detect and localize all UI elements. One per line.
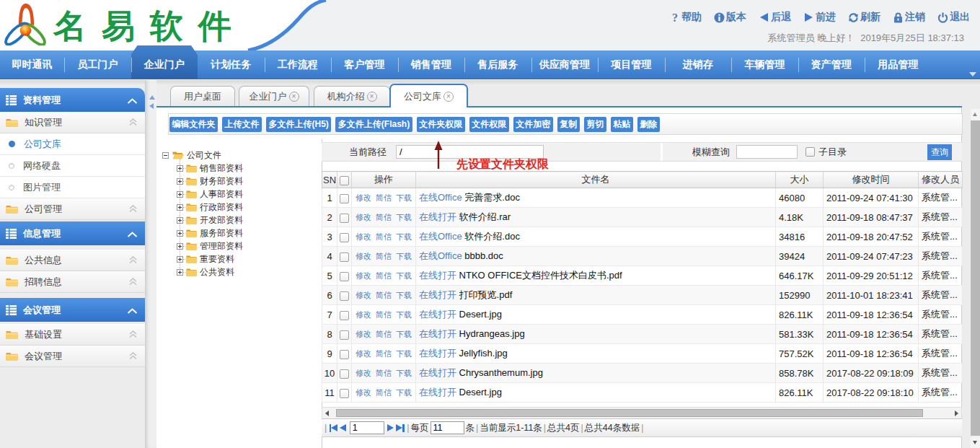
sidebar-item-招聘信息[interactable]: 招聘信息 [0,271,145,293]
row-action-简信[interactable]: 简信 [376,193,392,202]
toolbar-button-多文件上传(H5)[interactable]: 多文件上传(H5) [266,117,331,132]
toolbar-button-上传文件[interactable]: 上传文件 [222,117,262,132]
toolbar-button-编辑文件夹[interactable]: 编辑文件夹 [169,117,218,132]
tree-collapse-icon[interactable] [162,152,169,159]
tab-close-icon[interactable]: × [367,92,377,102]
toolbar-button-文件夹权限[interactable]: 文件夹权限 [417,117,465,132]
sidebar-section-资料管理[interactable]: 资料管理 [0,88,145,112]
tree-node-销售部资料[interactable]: 销售部资料 [177,162,243,175]
nav-item-即时通讯[interactable]: 即时通讯 [0,50,64,79]
quicklink-版本[interactable]: 版本 [714,11,746,24]
row-action-下载[interactable]: 下载 [396,349,412,358]
tree-expand-icon[interactable] [177,269,183,276]
tree-expand-icon[interactable] [177,256,183,263]
hscroll-left-arrow-icon[interactable] [325,410,329,416]
tree-node-重要资料[interactable]: 重要资料 [177,252,234,265]
open-link[interactable]: 在线Office [419,192,462,203]
tab-机构介绍[interactable]: 机构介绍× [314,86,390,106]
quicklink-帮助[interactable]: ?帮助 [669,11,702,24]
tree-node-label[interactable]: 人事部资料 [200,188,243,201]
row-action-下载[interactable]: 下载 [396,330,412,338]
row-checkbox[interactable] [340,214,349,223]
tree-node-label[interactable]: 开发部资料 [200,214,243,227]
toolbar-button-文件权限[interactable]: 文件权限 [469,117,509,132]
row-action-简信[interactable]: 简信 [376,369,392,377]
fuzzy-search-input[interactable] [736,145,798,159]
nav-item-车辆管理[interactable]: 车辆管理 [731,50,798,79]
subdir-checkbox[interactable] [805,147,815,157]
row-checkbox[interactable] [340,272,349,281]
tree-expand-icon[interactable] [177,217,183,224]
row-action-简信[interactable]: 简信 [376,213,392,221]
sidebar-item-公共信息[interactable]: 公共信息 [0,250,145,271]
open-link[interactable]: 在线Office [419,231,462,242]
tree-expand-icon[interactable] [177,230,183,237]
tree-expand-icon[interactable] [177,191,183,198]
open-link[interactable]: 在线打开 [419,367,456,378]
row-action-下载[interactable]: 下载 [396,388,412,397]
row-checkbox[interactable] [340,311,349,320]
row-action-修改[interactable]: 修改 [356,291,371,299]
toolbar-button-文件加密[interactable]: 文件加密 [513,117,553,132]
vscroll-down-arrow-icon[interactable] [971,437,980,448]
sidebar-item-公司管理[interactable]: 公司管理 [0,198,145,220]
row-checkbox[interactable] [340,233,349,242]
tree-expand-icon[interactable] [177,243,183,250]
nav-item-供应商管理[interactable]: 供应商管理 [531,50,599,79]
tree-root-公司文件[interactable]: 公司文件 [162,149,221,162]
sidebar-item-网络硬盘[interactable]: 网络硬盘 [0,155,145,177]
row-checkbox[interactable] [340,194,349,203]
tab-用户桌面[interactable]: 用户桌面 [170,86,235,106]
open-link[interactable]: 在线打开 [419,270,456,281]
row-checkbox[interactable] [340,389,349,398]
row-checkbox[interactable] [340,291,349,301]
row-action-修改[interactable]: 修改 [356,388,371,397]
nav-item-资产管理[interactable]: 资产管理 [798,50,865,79]
select-all-checkbox[interactable] [340,176,349,185]
sidebar-section-信息管理[interactable]: 信息管理 [0,221,145,245]
tree-node-label[interactable]: 公共资料 [200,266,234,278]
toolbar-button-删除[interactable]: 删除 [637,117,660,132]
row-checkbox[interactable] [340,369,349,379]
column-header-checkbox[interactable] [337,172,352,188]
row-action-下载[interactable]: 下载 [396,369,412,377]
tab-企业门户[interactable]: 企业门户× [239,86,309,106]
quicklink-退出[interactable]: 退出 [937,11,970,24]
nav-item-企业门户[interactable]: 企业门户 [131,50,198,79]
tree-expand-icon[interactable] [177,178,183,185]
sidebar-item-会议管理[interactable]: 会议管理 [0,346,145,367]
row-action-修改[interactable]: 修改 [356,232,371,241]
row-action-简信[interactable]: 简信 [376,388,392,397]
sidebar-collapse-strip[interactable] [145,80,156,448]
row-action-简信[interactable]: 简信 [376,330,392,338]
row-action-下载[interactable]: 下载 [396,193,412,202]
row-action-修改[interactable]: 修改 [356,193,371,202]
open-link[interactable]: 在线打开 [419,348,456,359]
row-action-修改[interactable]: 修改 [356,213,371,221]
nav-item-售后服务[interactable]: 售后服务 [464,50,531,79]
nav-overflow-chevron-icon[interactable] [969,72,976,76]
row-action-下载[interactable]: 下载 [396,213,412,221]
vertical-scrollbar[interactable] [971,109,980,448]
first-page-button[interactable] [330,424,338,432]
horizontal-scrollbar[interactable] [322,407,962,419]
tree-node-财务部资料[interactable]: 财务部资料 [177,175,243,188]
tab-close-icon[interactable]: × [289,92,299,102]
toolbar-button-粘贴[interactable]: 粘贴 [611,117,633,132]
nav-item-销售管理[interactable]: 销售管理 [398,50,465,79]
row-action-修改[interactable]: 修改 [356,349,371,358]
sidebar-item-基础设置[interactable]: 基础设置 [0,324,145,346]
quicklink-后退[interactable]: 后退 [759,11,791,24]
tree-node-label[interactable]: 服务部资料 [200,227,243,240]
hscroll-thumb[interactable] [336,409,923,417]
tree-node-label[interactable]: 重要资料 [200,253,234,265]
vscroll-up-arrow-icon[interactable] [971,109,980,120]
nav-item-用品管理[interactable]: 用品管理 [865,50,932,79]
page-number-input[interactable] [350,421,384,434]
last-page-button[interactable] [396,424,405,432]
query-button[interactable]: 查询 [927,144,952,160]
row-action-简信[interactable]: 简信 [376,271,392,280]
collapse-left-icon[interactable] [149,103,154,109]
nav-item-工作流程[interactable]: 工作流程 [265,50,332,79]
toolbar-button-多文件上传(Flash)[interactable]: 多文件上传(Flash) [335,117,412,132]
